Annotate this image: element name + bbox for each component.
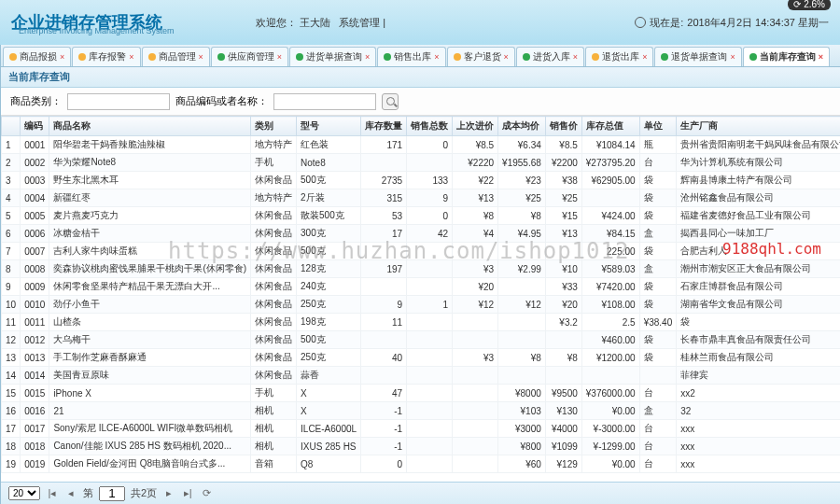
name-input[interactable] xyxy=(273,93,376,110)
tab[interactable]: 供应商管理× xyxy=(211,47,288,66)
tab[interactable]: 退货单据查询× xyxy=(654,47,741,66)
column-header[interactable]: 销售总数 xyxy=(407,117,453,136)
pager-refresh-icon[interactable]: ⟳ xyxy=(200,487,213,500)
pager-next-icon[interactable]: ▸ xyxy=(162,487,175,500)
close-icon[interactable]: × xyxy=(819,52,823,62)
close-icon[interactable]: × xyxy=(277,52,282,62)
column-header[interactable]: 单位 xyxy=(639,117,677,136)
close-icon[interactable]: × xyxy=(642,52,647,62)
table-row[interactable]: 130013手工制作芝麻香酥麻通休闲食品250克40¥3¥8¥8¥1200.00… xyxy=(2,349,841,367)
search-icon xyxy=(386,97,395,105)
column-header[interactable]: 商品名称 xyxy=(49,117,251,136)
category-input[interactable] xyxy=(67,93,170,110)
column-header[interactable] xyxy=(2,117,21,136)
page-input[interactable] xyxy=(99,486,125,501)
table-row[interactable]: 110011山楂条休闲食品198克11¥3.22.5¥38.40袋临朐县七贤升利… xyxy=(2,314,841,331)
tab[interactable]: 当前库存查询× xyxy=(743,47,830,66)
table-row[interactable]: 150015iPhone X手机X47¥8000¥9500¥376000.00台… xyxy=(2,385,841,402)
table-row[interactable]: 90009休闲零食坚果特产精品干果无漂白大开...休闲食品240克¥20¥33¥… xyxy=(2,278,841,296)
table-row[interactable]: 60006冰糖金桔干休闲食品300克1742¥4¥4.95¥13¥84.15盒揭… xyxy=(2,225,841,243)
top-menu[interactable]: 系统管理 xyxy=(339,17,380,28)
pager-last-icon[interactable]: ▸| xyxy=(181,487,194,500)
table-row[interactable]: 170017Sony/索尼 ILCE-A6000L WIFI微单数码相机相机IL… xyxy=(2,420,841,438)
table-row[interactable]: 40004新疆红枣地方特产2斤装3159¥13¥25¥25袋沧州铭鑫食品有限公司 xyxy=(2,189,841,207)
tab[interactable]: 进货入库× xyxy=(516,47,584,66)
tab[interactable]: 客户退货× xyxy=(447,47,515,66)
app-subtitle: Enterprise Invoicing Management System xyxy=(19,26,175,35)
table-row[interactable]: 20002华为荣耀Note8手机Note8¥2220¥1955.68¥2200¥… xyxy=(2,154,841,172)
welcome-user: 王大陆 xyxy=(300,17,330,28)
tab[interactable]: 库存报警× xyxy=(72,47,140,66)
table-row[interactable]: 30003野生东北黑木耳休闲食品500克2735133¥22¥23¥38¥629… xyxy=(2,172,841,189)
panel-title: 当前库存查询 xyxy=(8,70,70,84)
pager-suffix: 共2页 xyxy=(131,486,157,500)
search-button[interactable] xyxy=(382,93,399,110)
column-header[interactable]: 编码 xyxy=(21,117,49,136)
close-icon[interactable]: × xyxy=(365,52,370,62)
column-header[interactable]: 类别 xyxy=(251,117,297,136)
clock-icon xyxy=(635,17,646,28)
close-icon[interactable]: × xyxy=(573,52,578,62)
table-row[interactable]: 10001阳华碧老干妈香辣脆油辣椒地方特产红色装1710¥8.5¥6.34¥8.… xyxy=(2,136,841,154)
search-label-category: 商品类别： xyxy=(10,94,62,108)
column-header[interactable]: 型号 xyxy=(297,117,361,136)
clock-prefix: 现在是: xyxy=(650,16,683,30)
close-icon[interactable]: × xyxy=(504,52,509,62)
pager-first-icon[interactable]: |◂ xyxy=(46,487,59,500)
close-icon[interactable]: × xyxy=(730,52,735,62)
column-header[interactable]: 库存数量 xyxy=(361,117,407,136)
tab[interactable]: 商品报损× xyxy=(3,47,71,66)
tab[interactable]: 销售出库× xyxy=(377,47,445,66)
close-icon[interactable]: × xyxy=(129,52,133,62)
column-header[interactable]: 上次进价 xyxy=(453,117,498,136)
tab[interactable]: 进货单据查询× xyxy=(289,47,376,66)
tab[interactable]: 退货出库× xyxy=(585,47,653,66)
welcome-prefix: 欢迎您： xyxy=(256,17,297,28)
pager-prev-icon[interactable]: ◂ xyxy=(64,487,77,500)
table-row[interactable]: 80008奕森协议桃肉蜜饯果脯果干桃肉干果(休闲零食)休闲食品128克197¥3… xyxy=(2,260,841,278)
close-icon[interactable]: × xyxy=(199,52,203,62)
search-label-name: 商品编码或者名称： xyxy=(175,94,268,108)
table-row[interactable]: 50005麦片燕麦巧克力休闲食品散装500克530¥8¥8¥15¥424.00袋… xyxy=(2,207,841,225)
pager-prefix: 第 xyxy=(83,486,93,500)
table-row[interactable]: 120012大乌梅干休闲食品500克¥460.00袋长春市鼎丰真食品有限责任公司 xyxy=(2,331,841,349)
column-header[interactable]: 生产厂商 xyxy=(677,117,840,136)
table-row[interactable]: 140014美国青豆原味休闲食品蒜香菲律宾 xyxy=(2,367,841,385)
table-row[interactable]: 180018Canon/佳能 IXUS 285 HS 数码相机 2020...相… xyxy=(2,438,841,455)
column-header[interactable]: 库存总值 xyxy=(581,117,639,136)
table-row[interactable]: 100010劲仔小鱼干休闲食品250克91¥12¥12¥20¥108.00袋湖南… xyxy=(2,296,841,314)
tab[interactable]: 商品管理× xyxy=(142,47,210,66)
clock-time: 2018年4月2日 14:34:37 星期一 xyxy=(687,16,829,30)
page-size-select[interactable]: 20 xyxy=(8,486,40,500)
table-row[interactable]: 16001621相机X-1¥103¥130¥0.00盒32 xyxy=(2,402,841,420)
table-row[interactable]: 70007吉利人家牛肉味蛋糕休闲食品500克225.00袋合肥吉利人 xyxy=(2,243,841,260)
close-icon[interactable]: × xyxy=(60,52,64,62)
column-header[interactable]: 销售价 xyxy=(545,117,581,136)
table-row[interactable]: 190019Golden Field/金河田 Q8电脑音响台式多...音箱Q80… xyxy=(2,455,841,473)
close-icon[interactable]: × xyxy=(434,52,439,62)
column-header[interactable]: 成本均价 xyxy=(498,117,546,136)
